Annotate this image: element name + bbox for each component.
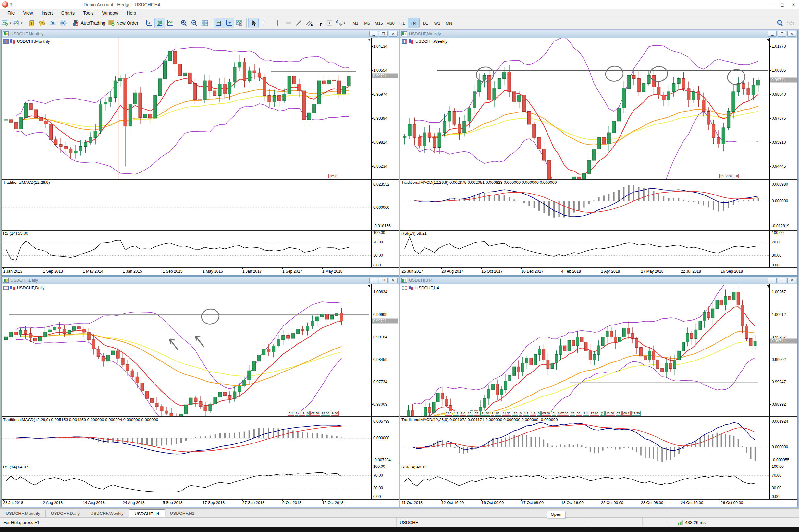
one-click-trading-icon[interactable] [408,286,414,290]
menu-item-view[interactable]: View [19,10,37,16]
timeframe-m15[interactable]: M15 [373,18,384,27]
price-pane[interactable]: USDCHF,Weekly 2:22:300 [400,38,769,179]
chart-minimize-button[interactable]: ▁ [369,278,378,283]
time-badge[interactable]: 22:30 [328,174,338,178]
signals-icon[interactable] [58,18,68,28]
chart-close-button[interactable]: ✕ [787,31,796,37]
price-axis[interactable]: 1.002671.000120.997570.995020.992470.989… [769,284,797,416]
new-chart-icon[interactable]: ▼ [2,18,12,28]
macd-pane[interactable]: TraditionalMACD(12,26,9) 0.001072 0.0011… [400,417,769,464]
shift-end-icon[interactable] [214,18,223,28]
tab-usdchf-daily[interactable]: USDCHF,Daily [46,510,85,517]
time-badge[interactable]: 03: [474,411,480,416]
price-pane[interactable]: USDCHF,Monthly 22:30 [2,38,371,179]
vertical-line-icon[interactable] [273,18,283,28]
time-badge[interactable]: 03: [576,411,582,416]
one-click-trading-icon[interactable] [408,39,414,44]
time-badge[interactable]: :15 [512,411,518,416]
menu-item-file[interactable]: File [3,10,19,16]
tab-usdchf-weekly[interactable]: USDCHF,Weekly [85,510,129,517]
autotrading-button[interactable]: AutoTrading [72,18,107,28]
price-axis[interactable]: 1.006340.999090.991840.984590.977340.970… [371,284,399,416]
tab-usdchf-h4[interactable]: USDCHF,H4 [129,509,165,518]
timeframe-h1[interactable]: H1 [397,18,407,27]
toolbox-icon[interactable]: 5 [38,18,48,28]
tab-usdchf-h1[interactable]: USDCHF,H1 [165,510,200,517]
chart-close-button[interactable]: ✕ [787,278,796,283]
macd-pane[interactable]: TraditionalMACD(12,26,9) [2,179,371,230]
depth-of-market-icon[interactable] [3,39,9,44]
chart-window-titlebar[interactable]: USDCHF,Daily ▁ ❐ ✕ [2,277,399,284]
time-badge[interactable]: 09:1 [622,411,631,416]
time-badge[interactable]: 0 [519,411,523,416]
chart-minimize-button[interactable]: ▁ [768,278,777,283]
text-tool-icon[interactable]: T [325,18,334,28]
time-badge[interactable]: 02:0 [444,411,453,416]
candlestick-chart-icon[interactable] [155,18,165,28]
chart-window-titlebar[interactable]: USDCHF,Weekly ▁ ❐ ✕ [400,30,797,38]
rsi-pane[interactable]: RSI(14) 58.21 [400,230,769,267]
profiles-icon[interactable]: ▼ [13,18,23,28]
tile-windows-icon[interactable] [200,18,210,28]
menu-item-window[interactable]: Window [98,10,123,16]
market-watch-icon[interactable]: $ [27,18,37,28]
equidistant-channel-icon[interactable]: E [304,18,314,28]
time-badge[interactable]: 2: [720,174,724,178]
time-axis[interactable]: 25 Jun 201720 Aug 201715 Oct 201710 Dec … [400,268,769,275]
time-badge[interactable]: 11:30 [480,411,490,416]
trendline-icon[interactable] [294,18,304,28]
price-axis[interactable]: 1.017701.003050.988400.973750.959100.944… [769,38,797,179]
time-axis[interactable]: 1 Jan 20131 Sep 20131 May 20141 Jan 2015… [2,268,371,275]
time-badge[interactable]: 1:1 [583,411,589,416]
time-badge[interactable]: 07:30 [310,411,320,416]
time-badge[interactable]: 17 [570,411,576,416]
chart-restore-button[interactable]: ❐ [778,278,786,283]
one-click-trading-icon[interactable] [10,286,16,290]
time-axis[interactable]: 11 Oct 201812 Oct 16:0016 Oct 00:0017 Oc… [400,499,769,507]
timeframe-d1[interactable]: D1 [420,18,431,27]
timeframe-w1[interactable]: W1 [432,18,443,27]
time-badge[interactable]: 2 [295,411,298,416]
maximize-button[interactable]: ▢ [777,0,788,9]
crosshair-icon[interactable] [259,18,269,28]
chat-icon[interactable] [786,18,795,28]
macd-pane[interactable]: TraditionalMACD(12,26,9) 0.002875 0.0020… [400,179,769,230]
cloud-icon[interactable] [48,18,58,28]
chart-restore-button[interactable]: ❐ [379,278,388,283]
chart-restore-button[interactable]: ❐ [379,31,388,37]
timeframe-h4[interactable]: H4 [408,18,419,27]
rsi-pane[interactable]: RSI(14) 55.00 [2,230,371,267]
time-badge[interactable]: 1:1 [523,411,529,416]
menu-item-charts[interactable]: Charts [57,10,79,16]
bar-chart-icon[interactable] [144,18,154,28]
chart-window-titlebar[interactable]: USDCHF,Monthly ▁ ❐ ✕ [2,30,399,38]
menu-item-insert[interactable]: Insert [37,10,57,16]
rsi-pane[interactable]: RSI(14) 64.07 [2,464,371,499]
new-order-button[interactable]: New Order [108,18,141,28]
chart-window-titlebar[interactable]: USDCHF,H4 ▁ ❐ ✕ [400,277,797,284]
fibonacci-icon[interactable]: F [314,18,324,28]
minimize-button[interactable]: — [766,0,777,9]
save-template-icon[interactable] [235,18,244,28]
zoom-out-icon[interactable] [189,18,199,28]
chart-close-button[interactable]: ✕ [389,278,398,283]
timeframe-mn[interactable]: MN [443,18,454,27]
time-badge[interactable]: 0) [552,411,556,416]
time-axis[interactable]: 23 Jul 20182 Aug 201814 Aug 201824 Aug 2… [2,499,371,507]
time-badge[interactable]: 17:00 [590,411,599,416]
time-badge[interactable]: 0 [735,174,739,178]
status-connection[interactable]: 433.26 ms [670,520,799,525]
price-pane[interactable]: USDCHF,H4 02:01:12:016:03:11:30203:11:30… [400,284,769,416]
search-icon[interactable] [775,18,785,28]
timeframe-m30[interactable]: M30 [385,18,396,27]
tab-usdchf-monthly[interactable]: USDCHF,Monthly [1,510,46,517]
time-badge[interactable]: 9:30 [331,411,339,416]
time-badge[interactable]: 0:07:30 [557,411,569,416]
time-badge[interactable]: 1:2 [530,411,536,416]
time-badge[interactable]: 05:00 [541,411,551,416]
macd-pane[interactable]: TraditionalMACD(12,26,9) 0.005153 0.0048… [2,417,371,464]
depth-of-market-icon[interactable] [402,39,407,44]
time-badge[interactable]: 22:30 [631,411,641,416]
time-badge[interactable]: 22:30 [725,174,734,178]
auto-scroll-icon[interactable] [224,18,234,28]
